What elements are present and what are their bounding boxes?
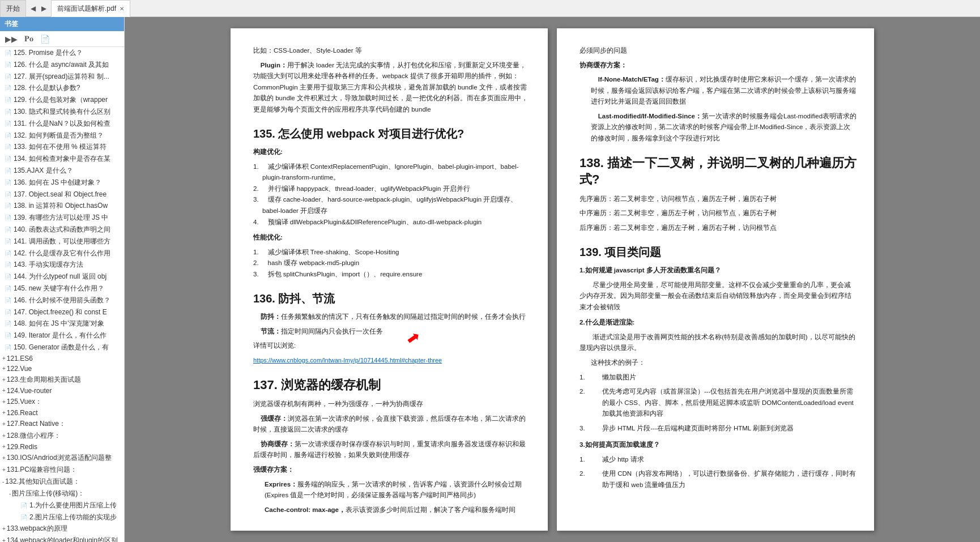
doc-icon: 📄 bbox=[5, 96, 11, 104]
sidebar-tool-2[interactable]: 𝐏𝐨 bbox=[22, 32, 36, 45]
sidebar-item-label: 128.微信小程序： bbox=[7, 431, 61, 441]
sidebar-item-label: 133.webpack的原理 bbox=[7, 524, 67, 534]
sidebar-item-label: 147. Object.freeze() 和 const E bbox=[14, 308, 122, 317]
sidebar-item-other[interactable]: - 132.其他知识点面试题： bbox=[0, 476, 124, 488]
doc-icon: 📄 bbox=[5, 73, 11, 81]
build-item-3: 缓存 cache-loader、hard-source-webpack-plug… bbox=[253, 194, 531, 216]
sidebar-item-126[interactable]: 📄 126. 什么是 async/await 及其如 bbox=[0, 59, 124, 71]
sidebar-item-ios[interactable]: + 130.IOS/Andriod浏览器适配问题整 bbox=[0, 452, 124, 464]
sidebar-item-136[interactable]: 📄 136. 如何在 JS 中创建对象？ bbox=[0, 177, 124, 189]
sync-label: 必须同步的问题 bbox=[580, 45, 857, 57]
sidebar-item-miniprogram[interactable]: + 128.微信小程序： bbox=[0, 430, 124, 442]
modified-text: Last-modified/If-Modified-Since：第一次请求的时候… bbox=[580, 111, 857, 144]
postorder: 后序遍历：若二叉树非空，遍历左子树，遍历右子树，访问根节点 bbox=[580, 223, 857, 234]
sidebar-item-label: 122.Vue bbox=[7, 365, 32, 373]
plugin-text: Plugin：用于解决 loader 无法完成的实事情，从打包优化和压缩，到重新… bbox=[253, 60, 531, 116]
cache-control: Cache-control: max-age，表示该资源多少时间后过期，解决了客… bbox=[253, 505, 531, 516]
sidebar-item-145[interactable]: 📄 145. new 关键字有什么作用？ bbox=[0, 283, 124, 295]
tab-nav-prev[interactable]: ◀ bbox=[28, 3, 38, 14]
throttle-text: 节流：指定时间间隔内只会执行一次任务 bbox=[253, 326, 531, 338]
sidebar-item-146[interactable]: 📄 146. 什么时候不使用箭头函数？ bbox=[0, 295, 124, 306]
sidebar-item-react[interactable]: + 126.React bbox=[0, 408, 124, 418]
sidebar-item-141[interactable]: 📄 141. 调用函数，可以使用哪些方 bbox=[0, 236, 124, 247]
sidebar-item-150[interactable]: 📄 150. Generator 函数是什么，有 bbox=[0, 342, 124, 353]
sidebar-item-135[interactable]: 📄 135.AJAX 是什么？ bbox=[0, 165, 124, 177]
sidebar: 书签 ▶▶ 𝐏𝐨 📄 📄 125. Promise 是什么？ 📄 126. 什么… bbox=[0, 17, 125, 542]
tab-pdf[interactable]: 前端面试题解析.pdf ✕ bbox=[51, 0, 130, 17]
sidebar-item-137[interactable]: 📄 137. Object.seal 和 Object.free bbox=[0, 189, 124, 200]
tab-home[interactable]: 开始 bbox=[0, 0, 26, 17]
debounce-text: 防抖：任务频繁触发的情况下，只有任务触发的间隔超过指定时间的时候，任务才会执行 bbox=[253, 311, 531, 323]
sidebar-tool-1[interactable]: ▶▶ bbox=[2, 33, 20, 45]
doc-icon: 📄 bbox=[5, 84, 11, 92]
tab-pdf-label: 前端面试题解析.pdf bbox=[57, 4, 116, 14]
sidebar-item-133[interactable]: 📄 133. 如何在不使用 % 模运算符 bbox=[0, 141, 124, 153]
heading-139: 139. 项目类问题 bbox=[580, 245, 857, 259]
negotiate-solution-label: 协商缓存方案： bbox=[580, 60, 857, 71]
sidebar-item-webpack-why[interactable]: + 133.webpack的原理 bbox=[0, 523, 124, 535]
sidebar-item-134[interactable]: 📄 134. 如何检查对象中是否存在某 bbox=[0, 153, 124, 165]
sidebar-item-img-how[interactable]: 📄 2.图片压缩上传功能的实现步 bbox=[18, 511, 124, 523]
sidebar-item-144[interactable]: 📄 144. 为什么typeof null 返回 obj bbox=[0, 271, 124, 283]
sidebar-item-125[interactable]: 📄 125. Promise 是什么？ bbox=[0, 47, 124, 59]
tab-nav: ◀ ▶ bbox=[26, 3, 51, 14]
q2-label: 2.什么是渐进渲染: bbox=[580, 317, 857, 328]
sidebar-item-vuerouter[interactable]: + 124.Vue-router bbox=[0, 386, 124, 396]
doc-icon: 📄 bbox=[5, 309, 11, 317]
sidebar-item-129[interactable]: 📄 129. 什么是包装对象（wrapper bbox=[0, 94, 124, 106]
sidebar-list: 📄 125. Promise 是什么？ 📄 126. 什么是 async/awa… bbox=[0, 47, 124, 542]
sidebar-item-139[interactable]: 📄 139. 有哪些方法可以处理 JS 中 bbox=[0, 212, 124, 224]
link[interactable]: https://www.cnblogs.com/lntwan-lmy/p/107… bbox=[253, 355, 531, 366]
expand-icon: + bbox=[2, 399, 6, 405]
sidebar-item-label: 139. 有哪些方法可以处理 JS 中 bbox=[14, 213, 122, 223]
sidebar-item-label: 138. in 运算符和 Object.hasOw bbox=[14, 201, 122, 211]
sidebar-item-143[interactable]: 📄 143. 手动实现缓存方法 bbox=[0, 259, 124, 271]
sidebar-item-img-why[interactable]: 📄 1.为什么要使用图片压缩上传 bbox=[18, 500, 124, 511]
doc-icon: 📄 bbox=[5, 179, 11, 187]
sidebar-item-lifecycle[interactable]: + 123.生命周期相关面试题 bbox=[0, 374, 124, 386]
sidebar-item-es6[interactable]: + 121.ES6 bbox=[0, 353, 124, 364]
doc-icon: 📄 bbox=[5, 285, 11, 293]
tab-nav-next[interactable]: ▶ bbox=[39, 3, 49, 14]
sidebar-item-148[interactable]: 📄 148. 如何在 JS 中'深克隆'对象 bbox=[0, 318, 124, 330]
sidebar-item-130[interactable]: 📄 130. 隐式和显式转换有什么区别 bbox=[0, 106, 124, 118]
doc-icon: 📄 bbox=[5, 332, 11, 340]
doc-icon: 📄 bbox=[5, 250, 11, 258]
sidebar-item-128[interactable]: 📄 128. 什么是默认参数? bbox=[0, 82, 124, 94]
sidebar-item-label: 149. Iterator 是什么，有什么作 bbox=[14, 331, 122, 340]
sidebar-item-label: 130.IOS/Andriod浏览器适配问题整 bbox=[7, 453, 112, 463]
doc-icon: 📄 bbox=[5, 297, 11, 305]
sidebar-item-149[interactable]: 📄 149. Iterator 是什么，有什么作 bbox=[0, 330, 124, 342]
sidebar-tool-3[interactable]: 📄 bbox=[37, 33, 53, 45]
sidebar-item-132[interactable]: 📄 132. 如何判断值是否为整组？ bbox=[0, 130, 124, 142]
sidebar-item-img-mobile[interactable]: - 图片压缩上传(移动端)： bbox=[9, 488, 124, 500]
sidebar-item-pc[interactable]: + 131.PC端兼容性问题： bbox=[0, 464, 124, 476]
expand-icon: + bbox=[2, 365, 6, 372]
pdf-left-page: 比如：CSS-Loader、Style-Loader 等 Plugin：用于解决… bbox=[231, 28, 548, 531]
sidebar-item-label: 129.Redis bbox=[7, 443, 37, 451]
sidebar-item-142[interactable]: 📄 142. 什么是缓存及它有什么作用 bbox=[0, 247, 124, 259]
sidebar-item-140[interactable]: 📄 140. 函数表达式和函数声明之间 bbox=[0, 224, 124, 236]
tab-close-icon[interactable]: ✕ bbox=[120, 6, 124, 12]
perf-item-1: 减少编译体积 Tree-shaking、Scope-Hositing bbox=[253, 247, 531, 258]
sidebar-item-147[interactable]: 📄 147. Object.freeze() 和 const E bbox=[0, 306, 124, 318]
sidebar-item-reactnative[interactable]: + 127.React Native： bbox=[0, 418, 124, 430]
detail-label: 详情可以浏览: bbox=[253, 340, 531, 352]
build-item-4: 预编译 dllWebpackPlugin&&DllReferencePlugin… bbox=[253, 217, 531, 228]
sidebar-item-label: 127.React Native： bbox=[7, 419, 66, 429]
sidebar-item-label: 137. Object.seal 和 Object.free bbox=[14, 190, 122, 199]
perf-item-2: hash 缓存 webpack-md5-plugin bbox=[253, 258, 531, 269]
sidebar-item-label: 131. 什么是NaN？以及如何检查 bbox=[14, 119, 122, 129]
sidebar-item-label: 1.为什么要使用图片压缩上传 bbox=[29, 501, 122, 510]
sidebar-item-redis[interactable]: + 129.Redis bbox=[0, 442, 124, 452]
sidebar-item-vue[interactable]: + 122.Vue bbox=[0, 364, 124, 374]
sidebar-item-131[interactable]: 📄 131. 什么是NaN？以及如何检查 bbox=[0, 118, 124, 130]
pdf-content[interactable]: 比如：CSS-Loader、Style-Loader 等 Plugin：用于解决… bbox=[125, 17, 980, 542]
sidebar-item-webpack-loader[interactable]: + 134.webpack的loader和plugin的区别 bbox=[0, 535, 124, 542]
sidebar-item-127[interactable]: 📄 127. 展开(spread)运算符和 制... bbox=[0, 71, 124, 83]
doc-icon: 📄 bbox=[20, 502, 27, 510]
sidebar-item-label: 图片压缩上传(移动端)： bbox=[12, 489, 84, 498]
sidebar-item-138[interactable]: 📄 138. in 运算符和 Object.hasOw bbox=[0, 200, 124, 212]
sidebar-item-vuex[interactable]: + 125.Vuex： bbox=[0, 396, 124, 408]
expand-icon: + bbox=[2, 443, 6, 450]
